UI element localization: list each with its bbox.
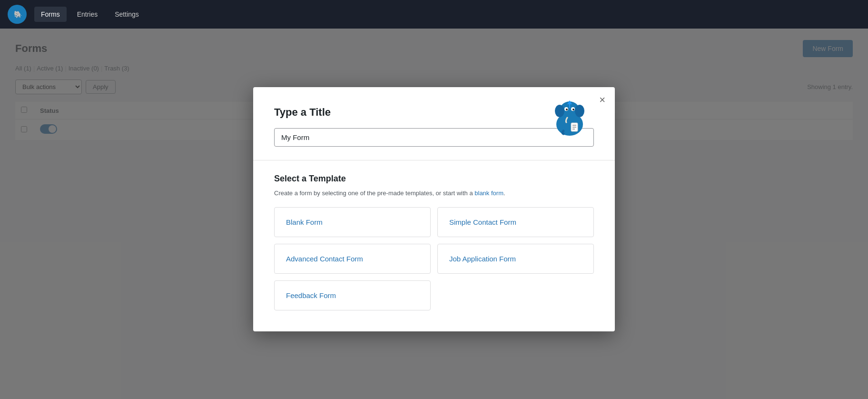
template-advanced-contact-form[interactable]: Advanced Contact Form xyxy=(274,244,431,274)
select-template-title: Select a Template xyxy=(274,174,594,184)
svg-point-8 xyxy=(566,109,568,110)
svg-point-4 xyxy=(555,105,564,117)
elephant-mascot xyxy=(548,97,591,140)
modal-close-button[interactable]: × xyxy=(599,95,605,105)
nav-forms[interactable]: Forms xyxy=(34,7,67,22)
svg-point-9 xyxy=(572,109,574,110)
template-feedback-form[interactable]: Feedback Form xyxy=(274,280,431,310)
top-navigation: 🐘 Forms Entries Settings xyxy=(0,0,868,29)
template-description: Create a form by selecting one of the pr… xyxy=(274,190,594,197)
form-title-input[interactable] xyxy=(274,128,594,147)
modal-header: Type a Title xyxy=(274,106,594,119)
svg-point-5 xyxy=(575,105,584,117)
divider xyxy=(253,160,615,160)
svg-text:🐘: 🐘 xyxy=(14,10,22,19)
app-logo[interactable]: 🐘 xyxy=(8,5,27,24)
modal-type-title-label: Type a Title xyxy=(274,106,331,119)
template-job-application-form[interactable]: Job Application Form xyxy=(437,244,594,274)
templates-grid: Blank Form Simple Contact Form Advanced … xyxy=(274,207,594,310)
template-blank-form[interactable]: Blank Form xyxy=(274,207,431,237)
blank-form-link[interactable]: blank form xyxy=(474,190,503,197)
nav-settings[interactable]: Settings xyxy=(108,7,146,22)
new-form-modal: × xyxy=(253,87,615,331)
template-simple-contact-form[interactable]: Simple Contact Form xyxy=(437,207,594,237)
nav-entries[interactable]: Entries xyxy=(70,7,105,22)
